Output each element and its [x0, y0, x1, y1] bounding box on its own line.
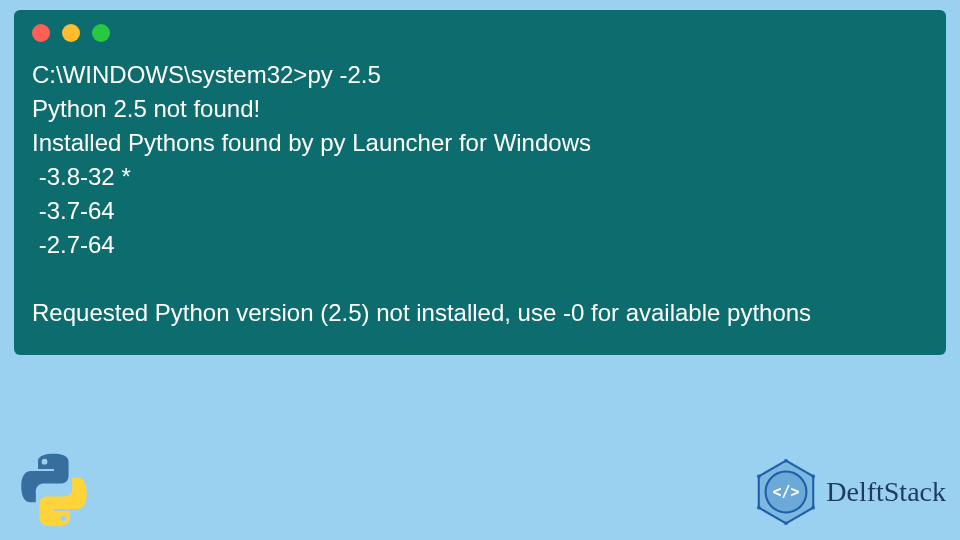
terminal-window: C:\WINDOWS\system32>py -2.5 Python 2.5 n…: [14, 10, 946, 355]
close-icon[interactable]: [32, 24, 50, 42]
maximize-icon[interactable]: [92, 24, 110, 42]
svg-point-9: [757, 506, 761, 510]
svg-point-10: [757, 474, 761, 478]
svg-point-7: [811, 506, 815, 510]
command-text: py -2.5: [307, 61, 380, 88]
svg-text:</>: </>: [773, 483, 800, 501]
prompt-line: C:\WINDOWS\system32>py -2.5: [32, 58, 928, 92]
window-controls: [32, 24, 928, 42]
output-line: -3.7-64: [32, 194, 928, 228]
output-line: -2.7-64: [32, 228, 928, 262]
minimize-icon[interactable]: [62, 24, 80, 42]
blank-line: [32, 262, 928, 296]
svg-point-8: [784, 521, 788, 525]
prompt-text: C:\WINDOWS\system32>: [32, 61, 307, 88]
svg-point-5: [784, 459, 788, 463]
output-line: -3.8-32 *: [32, 160, 928, 194]
delftstack-branding: </> DelftStack: [752, 458, 946, 526]
output-line: Python 2.5 not found!: [32, 92, 928, 126]
svg-point-6: [811, 474, 815, 478]
output-line: Installed Pythons found by py Launcher f…: [32, 126, 928, 160]
output-line: Requested Python version (2.5) not insta…: [32, 296, 928, 330]
terminal-output: C:\WINDOWS\system32>py -2.5 Python 2.5 n…: [32, 58, 928, 331]
delftstack-logo-icon: </>: [752, 458, 820, 526]
brand-name: DelftStack: [826, 476, 946, 508]
python-logo-icon: [14, 450, 94, 530]
